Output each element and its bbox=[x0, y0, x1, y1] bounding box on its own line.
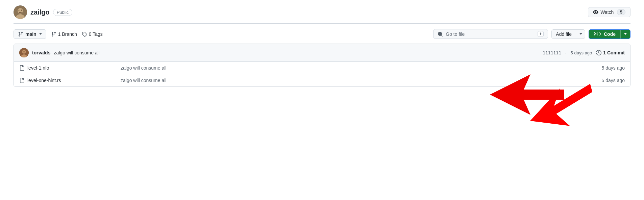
go-to-file-search[interactable]: Go to file t bbox=[433, 29, 548, 39]
code-button-main[interactable]: Code bbox=[589, 30, 621, 39]
branch-icon bbox=[18, 31, 23, 37]
toolbar-left: main 1 Branch 0 Tags bbox=[14, 29, 103, 39]
file-name-0[interactable]: level-1.nfo bbox=[27, 65, 49, 71]
commit-history-label: 1 Commit bbox=[603, 50, 625, 55]
tags-count-link[interactable]: 0 Tags bbox=[82, 31, 103, 37]
svg-point-9 bbox=[25, 51, 25, 52]
latest-commit-row: torvalds zalgo will consume all 1111111 … bbox=[14, 44, 630, 62]
file-commit-msg-0: zalgo will consume all bbox=[114, 65, 584, 71]
branch-name: main bbox=[25, 31, 36, 37]
watch-label: Watch bbox=[600, 9, 614, 15]
watch-button-area: Watch 5 bbox=[588, 7, 630, 17]
commit-author-name[interactable]: torvalds bbox=[32, 50, 50, 55]
file-row: level-1.nfo zalgo will consume all 5 day… bbox=[14, 62, 630, 74]
avatar bbox=[14, 5, 27, 19]
commit-time: 5 days ago bbox=[571, 50, 592, 55]
toolbar-right: Go to file t Add file bbox=[433, 29, 630, 39]
file-row: level-one-hint.rs zalgo will consume all… bbox=[14, 74, 630, 86]
tag-icon bbox=[82, 31, 87, 37]
file-name-area-0: level-1.nfo bbox=[19, 65, 114, 71]
search-kbd: t bbox=[538, 31, 544, 37]
repo-title-area: zailgo Public bbox=[14, 5, 72, 19]
svg-marker-10 bbox=[524, 80, 599, 135]
commit-message: zalgo will consume all bbox=[54, 50, 99, 55]
code-button-chevron[interactable] bbox=[621, 31, 630, 36]
visibility-badge: Public bbox=[53, 9, 72, 16]
commit-separator: · bbox=[565, 50, 567, 55]
file-icon-0 bbox=[19, 65, 25, 71]
commit-info-left: torvalds zalgo will consume all bbox=[19, 48, 100, 57]
svg-point-4 bbox=[21, 10, 22, 11]
branches-count-label: 1 Branch bbox=[58, 31, 77, 37]
watch-button[interactable]: Watch 5 bbox=[588, 7, 630, 17]
branch-selector[interactable]: main bbox=[14, 29, 46, 39]
file-commit-msg-1: zalgo will consume all bbox=[114, 78, 584, 83]
search-icon bbox=[438, 31, 443, 37]
svg-point-3 bbox=[19, 10, 20, 11]
file-icon-1 bbox=[19, 78, 25, 83]
code-label: Code bbox=[604, 31, 616, 37]
search-placeholder-text: Go to file bbox=[446, 31, 465, 37]
tags-count-label: 0 Tags bbox=[89, 31, 103, 37]
commit-history-link[interactable]: 1 Commit bbox=[596, 50, 625, 55]
repo-name[interactable]: zailgo bbox=[30, 8, 50, 16]
file-time-0: 5 days ago bbox=[584, 65, 625, 71]
branch-chevron-icon bbox=[39, 33, 42, 35]
file-time-1: 5 days ago bbox=[584, 78, 625, 83]
code-chevron-icon bbox=[624, 33, 627, 35]
file-name-area-1: level-one-hint.rs bbox=[19, 78, 114, 83]
files-table: torvalds zalgo will consume all 1111111 … bbox=[14, 44, 630, 87]
branch-count-icon bbox=[51, 31, 56, 37]
watch-count: 5 bbox=[617, 9, 625, 15]
eye-icon bbox=[593, 9, 598, 15]
branch-count-link[interactable]: 1 Branch bbox=[51, 31, 77, 37]
commit-author-avatar bbox=[19, 48, 29, 57]
commit-sha[interactable]: 1111111 bbox=[543, 50, 561, 55]
search-inner: Go to file bbox=[438, 31, 465, 37]
file-name-1[interactable]: level-one-hint.rs bbox=[27, 78, 61, 83]
history-icon bbox=[596, 50, 601, 55]
svg-point-8 bbox=[23, 51, 24, 52]
code-button[interactable]: Code bbox=[589, 29, 630, 39]
add-file-chevron-icon bbox=[579, 33, 582, 35]
add-file-chevron[interactable] bbox=[576, 31, 585, 36]
add-file-button[interactable]: Add file bbox=[551, 29, 585, 39]
code-icon bbox=[596, 31, 601, 37]
commit-info-right: 1111111 · 5 days ago 1 Commit bbox=[543, 50, 625, 55]
add-file-main[interactable]: Add file bbox=[552, 30, 576, 39]
